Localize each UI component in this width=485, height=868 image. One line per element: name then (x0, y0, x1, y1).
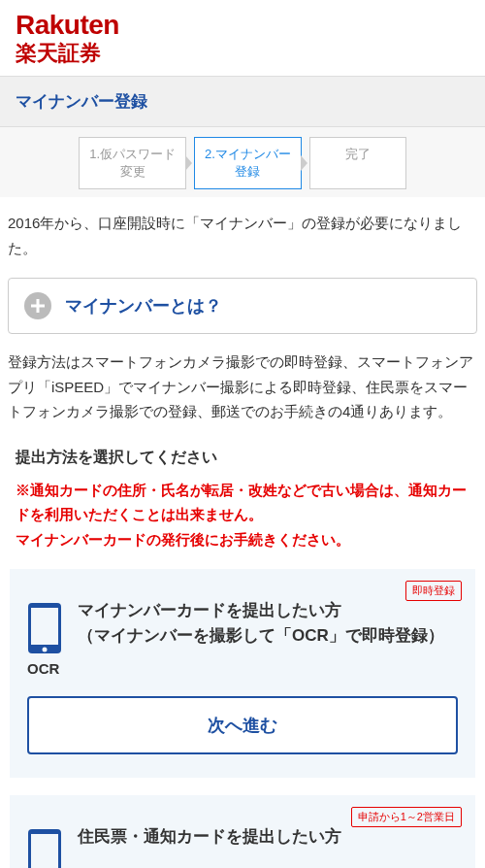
step-2: 2.マイナンバー 登録 (194, 137, 302, 189)
option-card-juminhyo: 申請から1～2営業日 住民票・通知カードを提出したい方 (10, 795, 475, 868)
step-indicator: 1.仮パスワード 変更 2.マイナンバー 登録 完了 (0, 127, 485, 197)
expander-label: マイナンバーとは？ (65, 294, 222, 317)
option1-title: マイナンバーカードを提出したい方 （マイナンバーを撮影して「OCR」で即時登録） (78, 598, 444, 648)
page-title-bar: マイナンバー登録 (0, 76, 485, 127)
description-text: 登録方法はスマートフォンカメラ撮影での即時登録、スマートフォンアプリ「iSPEE… (0, 350, 485, 442)
smartphone-icon (27, 602, 62, 654)
next-button-option1[interactable]: 次へ進む (27, 696, 458, 754)
svg-rect-3 (31, 608, 58, 645)
logo-rakuten: Rakuten (16, 12, 469, 39)
option-card-mynumber: 即時登録 マイナンバーカードを提出したい方 （マイナンバーを撮影して「OCR」で… (10, 569, 475, 778)
badge-days: 申請から1～2営業日 (351, 807, 462, 827)
intro-text: 2016年から、口座開設時に「マイナンバー」の登録が必要になりました。 (0, 197, 485, 278)
page-title: マイナンバー登録 (16, 90, 469, 113)
svg-rect-1 (31, 305, 45, 308)
ocr-label: OCR (27, 660, 458, 677)
header: Rakuten 楽天証券 (0, 0, 485, 76)
logo-shoken: 楽天証券 (16, 41, 469, 66)
svg-point-4 (43, 648, 48, 652)
step-3: 完了 (309, 137, 406, 189)
smartphone-icon (27, 828, 62, 868)
badge-instant: 即時登録 (405, 581, 462, 601)
section-title: 提出方法を選択してください (0, 442, 485, 478)
plus-icon (24, 292, 51, 319)
warning-text: ※通知カードの住所・氏名が転居・改姓などで古い場合は、通知カードを利用いただくこ… (0, 478, 485, 570)
step-1: 1.仮パスワード 変更 (79, 137, 186, 189)
option2-title: 住民票・通知カードを提出したい方 (78, 824, 341, 850)
what-is-mynumber-expander[interactable]: マイナンバーとは？ (8, 278, 477, 334)
svg-rect-6 (31, 834, 58, 868)
